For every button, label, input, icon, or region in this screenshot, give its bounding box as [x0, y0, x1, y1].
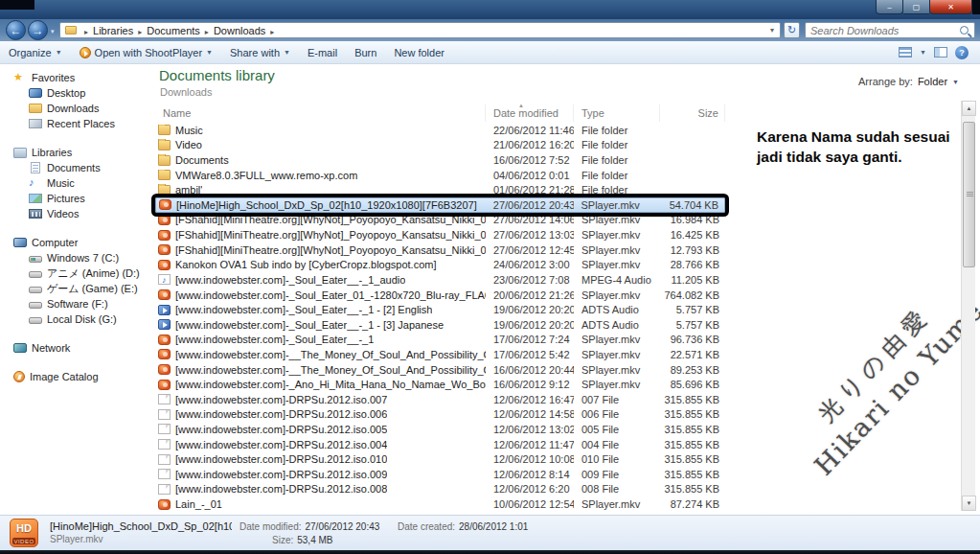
splayer-icon — [158, 364, 171, 375]
table-row[interactable]: [www.indowebster.com]-_Soul_Eater_01_-12… — [155, 288, 725, 303]
sidebar-item-libraries[interactable]: Libraries — [0, 145, 152, 160]
scroll-down-icon[interactable]: ▼ — [962, 496, 976, 511]
maximize-button[interactable]: ▢ — [903, 0, 929, 14]
sidebar-item-desktop[interactable]: Desktop — [0, 85, 152, 101]
table-row[interactable]: [www.indowebster.com]-DRPSu.2012.iso.009… — [155, 467, 725, 482]
sidebar-item-videos[interactable]: Videos — [0, 206, 152, 221]
change-view-icon[interactable] — [899, 47, 912, 58]
table-row-selected[interactable]: [HinoMe]High_School_DxD_Sp_02[h10_1920x1… — [155, 197, 725, 213]
table-row[interactable]: [www.indowebster.com]-DRPSu.2012.iso.004… — [155, 437, 725, 452]
sidebar-item-drive-f[interactable]: Software (F:) — [0, 296, 152, 312]
table-row[interactable]: [www.indowebster.com]-DRPSu.2012.iso.010… — [155, 451, 725, 467]
table-row[interactable]: [FShahid][MiniTheatre.org][WhyNot]_Poyop… — [155, 213, 725, 228]
file-name: [FShahid][MiniTheatre.org][WhyNot]_Poyop… — [175, 229, 486, 241]
back-button[interactable]: ← — [6, 20, 26, 40]
column-header-type[interactable]: Type — [574, 104, 660, 122]
search-input[interactable] — [806, 25, 960, 36]
sidebar-item-computer[interactable]: Computer — [0, 235, 152, 250]
forward-button[interactable]: → — [28, 20, 48, 40]
date-modified-cell: 12/06/2012 14:58 — [486, 408, 574, 420]
file-name-cell: Kanokon OVA1 Sub indo by [CyberCropz.blo… — [155, 259, 486, 270]
sidebar-item-image-catalog[interactable]: Image Catalog — [0, 369, 152, 384]
breadcrumb-item[interactable]: Libraries — [93, 25, 133, 36]
sidebar-item-drive-c[interactable]: Windows 7 (C:) — [0, 250, 152, 265]
file-name-cell: [www.indowebster.com]-DRPSu.2012.iso.009 — [155, 469, 486, 480]
date-modified-label: Date modified: — [239, 521, 301, 532]
refresh-button[interactable]: ↻ — [784, 22, 800, 38]
arrange-by-control[interactable]: Arrange by: Folder ▼ — [858, 76, 959, 87]
sidebar-item-pictures[interactable]: Pictures — [0, 191, 152, 206]
new-folder-button[interactable]: New folder — [385, 41, 453, 63]
table-row[interactable]: [FShahid][MiniTheatre.org][WhyNot]_Poyop… — [155, 227, 725, 242]
sidebar-item-drive-g[interactable]: Local Disk (G:) — [0, 312, 152, 327]
explorer-window: – ▢ ✕ ← → ▾ ▸Libraries▸Documents▸Downloa… — [0, 0, 980, 554]
table-row[interactable]: [www.indowebster.com]-_Soul_Eater__-_117… — [155, 333, 725, 348]
file-name: [www.indowebster.com]-_Soul_Eater__-_1 -… — [175, 304, 432, 315]
file-name: [www.indowebster.com]-DRPSu.2012.iso.007 — [175, 394, 387, 405]
table-row[interactable]: [www.indowebster.com]-DRPSu.2012.iso.007… — [155, 392, 725, 407]
search-box[interactable] — [805, 22, 975, 38]
sidebar-item-drive-e[interactable]: ゲーム (Game) (E:) — [0, 281, 152, 296]
table-row[interactable]: Kanokon OVA1 Sub indo by [CyberCropz.blo… — [155, 257, 725, 272]
share-with-button[interactable]: Share with▼ — [221, 41, 299, 63]
sidebar-item-music[interactable]: Music — [0, 175, 152, 191]
sidebar-item-documents[interactable]: Documents — [0, 160, 152, 175]
history-dropdown-icon[interactable]: ▾ — [51, 28, 55, 35]
table-row[interactable]: Documents16/06/2012 7:52File folder — [155, 152, 725, 168]
preview-pane-icon[interactable] — [934, 47, 947, 58]
table-row[interactable]: [FShahid][MiniTheatre.org][WhyNot]_Poyop… — [155, 242, 725, 258]
scroll-up-icon[interactable]: ▲ — [962, 101, 976, 116]
table-row[interactable]: [www.indowebster.com]-__The_Money_Of_Sou… — [155, 362, 725, 378]
sidebar-item-recent-places[interactable]: Recent Places — [0, 116, 152, 131]
column-header-name[interactable]: Name — [155, 104, 486, 122]
table-row[interactable]: VMWare8.0.3FULL_www.remo-xp.com04/06/201… — [155, 168, 725, 183]
address-bar[interactable]: ▸Libraries▸Documents▸Downloads▸ ▾ — [59, 22, 781, 38]
breadcrumb-item[interactable]: Documents — [147, 25, 200, 36]
sidebar-item-label: Network — [32, 342, 70, 354]
close-button[interactable]: ✕ — [929, 0, 972, 14]
column-header-size[interactable]: Size — [660, 104, 725, 122]
table-row[interactable]: [www.indowebster.com]-_Soul_Eater__-_1_a… — [155, 272, 725, 288]
sidebar-item-favorites[interactable]: Favorites — [0, 70, 152, 85]
watermark-english: Hikari no Yume — [809, 295, 980, 481]
chevron-down-icon[interactable]: ▼ — [920, 49, 926, 56]
table-row[interactable]: [www.indowebster.com]-_Soul_Eater__-_1 -… — [155, 302, 725, 317]
table-row[interactable]: [www.indowebster.com]-DRPSu.2012.iso.006… — [155, 407, 725, 423]
email-button[interactable]: E-mail — [299, 41, 346, 63]
share-with-label: Share with — [230, 47, 280, 58]
date-modified-cell: 19/06/2012 20:20 — [486, 319, 574, 331]
minimize-button[interactable]: – — [876, 0, 903, 14]
date-modified-cell: 16/06/2012 7:52 — [486, 154, 574, 166]
sidebar-item-label: Computer — [32, 237, 78, 248]
table-row[interactable]: Video21/06/2012 16:20File folder — [155, 138, 725, 153]
file-name: [www.indowebster.com]-DRPSu.2012.iso.006 — [175, 408, 387, 420]
scrollbar-thumb[interactable] — [963, 122, 975, 267]
file-name-cell: Lain_-_01 — [155, 498, 486, 510]
organize-button[interactable]: Organize▼ — [0, 41, 71, 63]
table-row[interactable]: ambil'01/06/2012 21:28File folder — [155, 182, 725, 197]
chevron-down-icon: ▼ — [284, 49, 290, 56]
size-cell: 12.793 KB — [660, 244, 725, 256]
table-row[interactable]: [www.indowebster.com]-_Ano_Hi_Mita_Hana_… — [155, 377, 725, 392]
column-header-date-modified[interactable]: ▲Date modified — [486, 104, 574, 122]
sidebar-item-drive-d[interactable]: アニメ (Anime) (D:) — [0, 265, 152, 281]
type-cell: File folder — [574, 125, 660, 136]
breadcrumb-item[interactable]: Downloads — [214, 25, 265, 36]
vertical-scrollbar[interactable]: ▲ ▼ — [961, 101, 975, 511]
table-row[interactable]: [www.indowebster.com]-DRPSu.2012.iso.005… — [155, 422, 725, 437]
table-row[interactable]: [www.indowebster.com]-__The_Money_Of_Sou… — [155, 347, 725, 362]
sidebar-item-network[interactable]: Network — [0, 340, 152, 356]
sidebar-item-downloads[interactable]: Downloads — [0, 101, 152, 116]
table-row[interactable]: [www.indowebster.com]-DRPSu.2012.iso.008… — [155, 482, 725, 497]
burn-button[interactable]: Burn — [346, 41, 385, 63]
table-row[interactable]: [www.indowebster.com]-_Soul_Eater__-_1 -… — [155, 317, 725, 333]
address-dropdown-icon[interactable]: ▾ — [766, 26, 778, 35]
breadcrumb-separator-icon: ▸ — [265, 28, 279, 36]
table-row[interactable]: Music22/06/2012 11:46File folder — [155, 123, 725, 138]
file-name: [www.indowebster.com]-DRPSu.2012.iso.009 — [175, 469, 387, 480]
table-row[interactable]: Lain_-_0110/06/2012 12:54SPlayer.mkv87.2… — [155, 496, 725, 512]
file-name: [www.indowebster.com]-DRPSu.2012.iso.008 — [175, 483, 387, 495]
type-cell: 005 File — [574, 424, 660, 435]
open-with-button[interactable]: Open with ShootPlayer▼ — [71, 41, 221, 63]
help-icon[interactable]: ? — [955, 46, 969, 59]
